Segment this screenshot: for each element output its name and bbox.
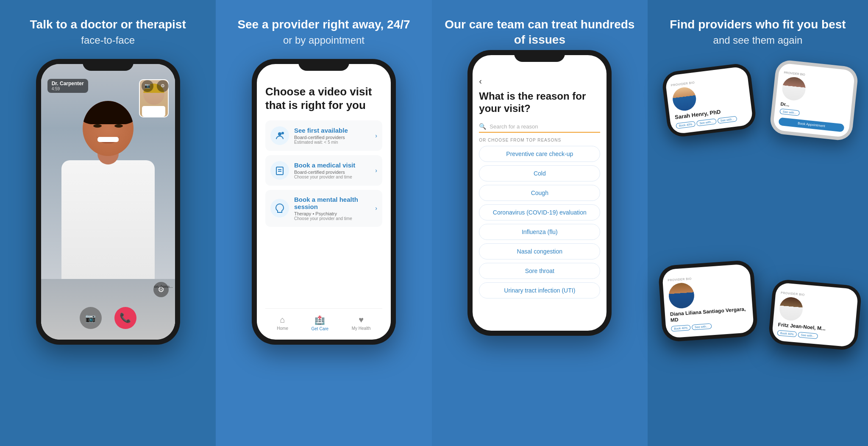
reason-cold[interactable]: Cold — [479, 165, 600, 181]
diana-avatar — [668, 282, 695, 309]
video-call-screen: Dr. Carpenter 4:59 📷 ⚙ ⚙ — [41, 64, 175, 340]
choose-visit-title: Choose a video visit that is right for y… — [265, 85, 382, 112]
top-reasons-label: OR CHOOSE FROM TOP REASONS — [479, 138, 600, 142]
diana-badge: Provider Bio — [668, 273, 745, 282]
phone-screen-2: Choose a video visit that is right for y… — [257, 64, 391, 340]
panel-video-call: Talk to a doctor or therapist face-to-fa… — [0, 0, 216, 446]
on-demand-watermark: on dema... — [154, 284, 173, 289]
reason-preventive-care[interactable]: Preventive care check-up — [479, 146, 600, 162]
phone-sarah-henry: Provider Bio Sarah Henry, PhD Book 40% S… — [661, 62, 757, 138]
option-3-desc2: Choose your provider and time — [294, 216, 370, 221]
visit-option-1[interactable]: See first available Board-certified prov… — [265, 120, 382, 151]
reason-sore-throat[interactable]: Sore throat — [479, 263, 600, 279]
choose-visit-content: Choose a video visit that is right for y… — [257, 64, 391, 340]
sarah-screen: Provider Bio Sarah Henry, PhD Book 40% S… — [665, 66, 753, 134]
doctor-face — [83, 101, 134, 156]
phone-diana: Provider Bio Diana Liliana Santiago Verg… — [658, 259, 758, 342]
fritz-screen: Provider Bio Fritz Jean-Noel, M... Book … — [771, 282, 858, 348]
sarah-badge: Provider Bio — [671, 75, 743, 87]
pip-coat — [142, 106, 165, 117]
svg-point-0 — [278, 132, 281, 136]
option-1-desc2: Estimated wait: < 5 min — [294, 140, 370, 145]
panel-visit-reason: Our care team can treat hundreds of issu… — [432, 0, 648, 446]
nav-my-health-label: My Health — [352, 326, 371, 331]
doctor-eye-right — [114, 124, 123, 128]
home-icon: ⌂ — [280, 315, 285, 325]
call-timer: 4:59 — [52, 86, 84, 91]
reason-uti[interactable]: Urinary tract infection (UTI) — [479, 282, 600, 298]
doctor-eye-left — [93, 124, 102, 128]
back-right-screen: Provider Bio Dr... See with... Book Appo… — [773, 63, 855, 138]
sarah-avatar — [671, 86, 697, 112]
phone-fritz: Provider Bio Fritz Jean-Noel, M... Book … — [768, 279, 862, 351]
sarah-tag-2: See with... — [696, 118, 717, 126]
visit-option-3[interactable]: Book a mental health session Therapy • P… — [265, 190, 382, 227]
nav-get-care[interactable]: 🏥 Get Care — [312, 315, 329, 331]
nav-home[interactable]: ⌂ Home — [277, 315, 288, 331]
phone-frame-3: ‹ What is the reason for your visit? 🔍 S… — [467, 50, 612, 336]
book-medical-text: Book a medical visit Board-certified pro… — [294, 162, 370, 179]
diana-tag-1: Book 40% — [671, 324, 691, 331]
reason-nasal[interactable]: Nasal congestion — [479, 243, 600, 259]
phone-screen-1: Dr. Carpenter 4:59 📷 ⚙ ⚙ — [41, 64, 175, 340]
visit-reason-content: ‹ What is the reason for your visit? 🔍 S… — [473, 55, 606, 331]
option-2-desc1: Board-certified providers — [294, 170, 370, 175]
fritz-avatar — [779, 296, 804, 322]
doctor-teeth — [97, 137, 119, 142]
visit-reason-title: What is the reason for your visit? — [479, 90, 600, 115]
sarah-tag-1: Book 40% — [676, 121, 696, 128]
nav-home-label: Home — [277, 326, 288, 331]
get-care-icon: 🏥 — [314, 315, 325, 325]
visit-option-2[interactable]: Book a medical visit Board-certified pro… — [265, 155, 382, 186]
panel-1-title: Talk to a doctor or therapist — [30, 17, 186, 32]
nav-my-health[interactable]: ♥ My Health — [352, 315, 371, 331]
diana-tag-2: See with... — [692, 323, 712, 330]
option-1-desc1: Board-certified providers — [294, 135, 370, 140]
back-button[interactable]: ‹ — [479, 76, 600, 86]
search-bar[interactable]: 🔍 Search for a reason — [479, 121, 600, 133]
doctor-info-badge: Dr. Carpenter 4:59 — [47, 79, 88, 93]
camera-btn[interactable]: 📷 — [80, 307, 102, 329]
search-placeholder: Search for a reason — [490, 123, 538, 130]
reason-cough[interactable]: Cough — [479, 185, 600, 201]
panel-1-subtitle: face-to-face — [81, 34, 135, 46]
option-1-title: See first available — [294, 127, 370, 134]
phone-frame-1: Dr. Carpenter 4:59 📷 ⚙ ⚙ — [36, 59, 180, 345]
call-controls: 📷 📞 — [41, 307, 175, 329]
back-right-tag: See with... — [779, 109, 800, 116]
book-mental-health-icon — [270, 199, 289, 217]
back-right-avatar — [781, 76, 807, 102]
settings-icon-btn[interactable]: ⚙ — [157, 80, 169, 92]
reason-covid[interactable]: Coronavirus (COVID-19) evaluation — [479, 204, 600, 220]
panel-find-providers: Find providers who fit you best and see … — [648, 0, 868, 446]
search-icon: 🔍 — [479, 123, 486, 130]
svg-point-1 — [281, 132, 284, 134]
chevron-icon-2: › — [375, 167, 377, 174]
see-first-available-text: See first available Board-certified prov… — [294, 127, 370, 145]
book-medical-icon — [270, 161, 289, 180]
panel-2-title: See a provider right away, 24/7 — [237, 17, 410, 32]
panel-3-title: Our care team can treat hundreds of issu… — [445, 17, 635, 48]
panel-choose-visit: See a provider right away, 24/7 or by ap… — [216, 0, 431, 446]
diana-screen: Provider Bio Diana Liliana Santiago Verg… — [662, 264, 754, 338]
book-mental-health-text: Book a mental health session Therapy • P… — [294, 196, 370, 221]
chevron-icon-1: › — [375, 132, 377, 139]
option-2-desc2: Choose your provider and time — [294, 175, 370, 179]
reason-flu[interactable]: Influenza (flu) — [479, 224, 600, 240]
panel-2-subtitle: or by appointment — [283, 34, 364, 46]
phone-stack-group: Provider Bio Sarah Henry, PhD Book 40% S… — [660, 63, 855, 339]
phone-frame-2: Choose a video visit that is right for y… — [252, 59, 396, 345]
phone-notch-1 — [83, 59, 134, 71]
phone-screen-3: ‹ What is the reason for your visit? 🔍 S… — [473, 55, 606, 331]
panel-4-title: Find providers who fit you best — [670, 17, 846, 32]
see-first-available-icon — [270, 126, 289, 145]
doctor-hair — [83, 101, 134, 124]
phone-back-right: Provider Bio Dr... See with... Book Appo… — [769, 59, 859, 142]
video-icon-btn[interactable]: 📷 — [142, 80, 153, 92]
fritz-tag-1: Book 40% — [777, 330, 797, 337]
end-call-btn[interactable]: 📞 — [114, 307, 136, 329]
call-top-bar: Dr. Carpenter 4:59 📷 ⚙ — [41, 79, 175, 93]
my-health-icon: ♥ — [359, 315, 364, 325]
phone-notch-3 — [514, 50, 565, 62]
option-3-title: Book a mental health session — [294, 196, 370, 210]
